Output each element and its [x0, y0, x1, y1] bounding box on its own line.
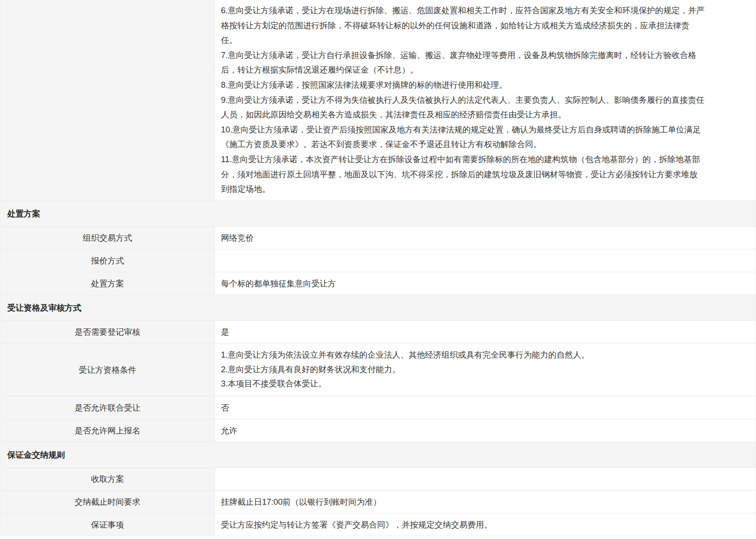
row-value: 挂牌截止日17:00前（以银行到账时间为准） — [215, 491, 756, 513]
row-label: 是否允许网上报名 — [0, 419, 215, 442]
row-label: 是否允许联合受让 — [0, 396, 215, 419]
row-value: 允许 — [215, 419, 756, 442]
transferee-commitment-label-cell — [0, 0, 215, 201]
row-label: 交纳截止时间要求 — [0, 491, 215, 513]
table-row-joint-transfer: 是否允许联合受让 否 — [0, 396, 756, 419]
section-header-qualification-review: 受让资格及审核方式 — [0, 295, 756, 321]
row-value: 每个标的都单独征集意向受让方 — [215, 272, 756, 295]
table-row-transferee-qualification: 受让方资格条件 1.意向受让方须为依法设立并有效存续的企业法人、其他经济组织或具… — [0, 343, 756, 396]
row-value: 受让方应按约定与转让方签署《资产交易合同》，并按规定交纳交易费用。 — [215, 513, 756, 536]
transferee-commitment-row: 6.意向受让方须承诺，受让方在现场进行拆除、搬运、危固废处置和相关工作时，应符合… — [0, 0, 756, 201]
table-row-payment-deadline: 交纳截止时间要求 挂牌截止日17:00前（以银行到账时间为准） — [0, 491, 756, 513]
section-header-deposit-rules: 保证金交纳规则 — [0, 442, 756, 468]
row-value — [215, 468, 756, 490]
section-title: 保证金交纳规则 — [7, 449, 65, 460]
row-label: 是否需要登记审核 — [0, 321, 215, 343]
qualification-line-1: 1.意向受让方须为依法设立并有效存续的企业法人、其他经济组织或具有完全民事行为能… — [221, 348, 589, 363]
row-value: 是 — [215, 321, 756, 343]
row-value: 网络竞价 — [215, 227, 756, 249]
row-label: 收取方案 — [0, 468, 215, 490]
table-row-online-signup: 是否允许网上报名 允许 — [0, 419, 756, 442]
asset-transfer-detail-table: 6.意向受让方须承诺，受让方在现场进行拆除、搬运、危固废处置和相关工作时，应符合… — [0, 0, 756, 536]
clause-6: 6.意向受让方须承诺，受让方在现场进行拆除、搬运、危固废处置和相关工作时，应符合… — [221, 3, 705, 48]
table-row-trade-method: 组织交易方式 网络竞价 — [0, 227, 756, 249]
table-row-quote-method: 报价方式 — [0, 249, 756, 272]
clause-8: 8.意向受让方须承诺，按照国家法律法规要求对摘牌的标的物进行使用和处理。 — [221, 78, 705, 93]
section-title: 处置方案 — [7, 208, 40, 219]
qualification-line-2: 2.意向受让方须具有良好的财务状况和支付能力。 — [221, 363, 400, 377]
row-label: 保证事项 — [0, 513, 215, 536]
row-label: 处置方案 — [0, 272, 215, 295]
row-label: 受让方资格条件 — [0, 343, 215, 396]
table-row-disposal-plan: 处置方案 每个标的都单独征集意向受让方 — [0, 272, 756, 295]
section-title: 受让资格及审核方式 — [7, 302, 81, 313]
clause-11: 11.意向受让方须承诺，本次资产转让受让方在拆除设备过程中如有需要拆除标的所在地… — [221, 152, 705, 197]
row-value: 1.意向受让方须为依法设立并有效存续的企业法人、其他经济组织或具有完全民事行为能… — [215, 343, 756, 396]
clause-7: 7.意向受让方须承诺，受让方自行承担设备拆除、运输、搬运、废弃物处理等费用，设备… — [221, 48, 705, 78]
section-header-disposal-plan: 处置方案 — [0, 201, 756, 227]
row-label: 报价方式 — [0, 249, 215, 272]
qualification-line-3: 3.本项目不接受联合体受让。 — [221, 377, 326, 391]
table-row-collection-plan: 收取方案 — [0, 468, 756, 491]
table-row-guarantee-matters: 保证事项 受让方应按约定与转让方签署《资产交易合同》，并按规定交纳交易费用。 — [0, 513, 756, 536]
transferee-commitment-clauses: 6.意向受让方须承诺，受让方在现场进行拆除、搬运、危固废处置和相关工作时，应符合… — [215, 0, 756, 201]
clause-10: 10.意向受让方须承诺，受让资产后须按照国家及地方有关法律法规的规定处置，确认为… — [221, 122, 705, 152]
table-row-registration-review: 是否需要登记审核 是 — [0, 321, 756, 343]
row-value — [215, 249, 756, 272]
row-value: 否 — [215, 396, 756, 419]
clause-9: 9.意向受让方须承诺，受让方不得为失信被执行人及失信被执行人的法定代表人、主要负… — [221, 93, 705, 122]
row-label: 组织交易方式 — [0, 227, 215, 249]
